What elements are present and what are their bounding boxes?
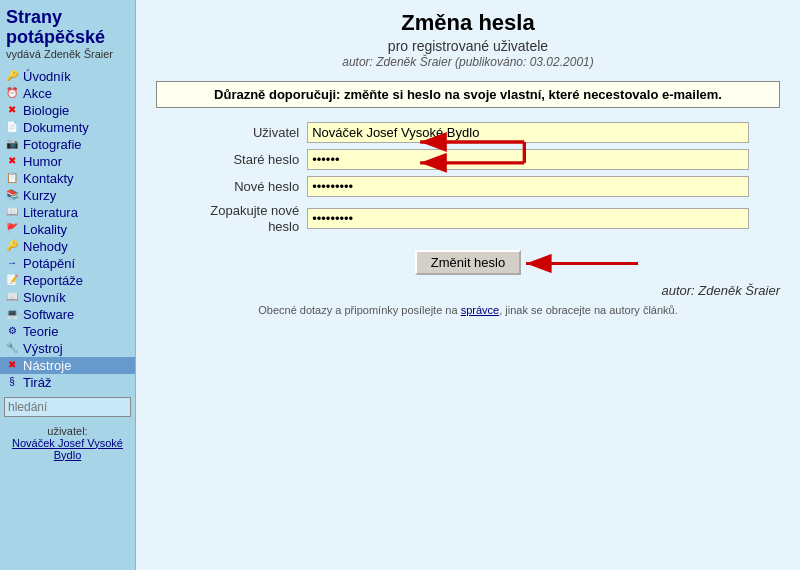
potapeni-icon: →: [4, 256, 20, 270]
nastroje-icon: ✖: [4, 358, 20, 372]
sidebar-label: Reportáže: [23, 273, 83, 288]
sidebar-item-humor[interactable]: ✖ Humor: [0, 153, 135, 170]
fotografie-icon: 📷: [4, 137, 20, 151]
user-row: Uživatel: [187, 122, 749, 143]
sidebar-item-vystroj[interactable]: 🔧 Výstroj: [0, 340, 135, 357]
sidebar-label: Dokumenty: [23, 120, 89, 135]
sidebar-label: Biologie: [23, 103, 69, 118]
sidebar-item-fotografie[interactable]: 📷 Fotografie: [0, 136, 135, 153]
new-password-field[interactable]: [307, 176, 749, 197]
sidebar-item-reportaze[interactable]: 📝 Reportáže: [0, 272, 135, 289]
sidebar-item-software[interactable]: 💻 Software: [0, 306, 135, 323]
sidebar-item-kurzy[interactable]: 📚 Kurzy: [0, 187, 135, 204]
teorie-icon: ⚙: [4, 324, 20, 338]
repeat-password-field[interactable]: [307, 208, 749, 229]
sidebar-label: Úvodník: [23, 69, 71, 84]
old-password-row: Staré heslo: [187, 149, 749, 170]
sidebar-label: Fotografie: [23, 137, 82, 152]
new-password-row: Nové heslo: [187, 176, 749, 197]
submit-row: Změnit heslo: [156, 250, 780, 275]
sidebar-item-teorie[interactable]: ⚙ Teorie: [0, 323, 135, 340]
sidebar-label: Lokality: [23, 222, 67, 237]
sidebar-item-potapeni[interactable]: → Potápění: [0, 255, 135, 272]
submit-button[interactable]: Změnit heslo: [415, 250, 521, 275]
sidebar-label: Kontakty: [23, 171, 74, 186]
user-label: uživatel:: [47, 425, 87, 437]
humor-icon: ✖: [4, 154, 20, 168]
sidebar-label: Humor: [23, 154, 62, 169]
software-icon: 💻: [4, 307, 20, 321]
sidebar-label: Akce: [23, 86, 52, 101]
nehody-icon: 🔑: [4, 239, 20, 253]
sidebar-item-literatura[interactable]: 📖 Literatura: [0, 204, 135, 221]
sidebar-label: Potápění: [23, 256, 75, 271]
literatura-icon: 📖: [4, 205, 20, 219]
sidebar-item-biologie[interactable]: ✖ Biologie: [0, 102, 135, 119]
sidebar-item-tiraze[interactable]: § Tiráž: [0, 374, 135, 391]
sidebar-item-nehody[interactable]: 🔑 Nehody: [0, 238, 135, 255]
site-title: Strany potápěčské: [6, 8, 129, 48]
sidebar-label: Nehody: [23, 239, 68, 254]
page-title: Změna hesla: [156, 10, 780, 36]
submit-arrow: [518, 250, 678, 285]
footer-author: autor: Zdeněk Šraier: [156, 283, 780, 298]
sidebar-label: Literatura: [23, 205, 78, 220]
sidebar-item-akce[interactable]: ⏰ Akce: [0, 85, 135, 102]
notice-box: Důrazně doporučuji: změňte si heslo na s…: [156, 81, 780, 108]
akce-icon: ⏰: [4, 86, 20, 100]
user-field-label: Uživatel: [187, 125, 307, 140]
biologie-icon: ✖: [4, 103, 20, 117]
user-field[interactable]: [307, 122, 749, 143]
user-link[interactable]: Nováček Josef Vysoké Bydlo: [12, 437, 123, 461]
sidebar-label: Výstroj: [23, 341, 63, 356]
sidebar-label: Kurzy: [23, 188, 56, 203]
footer-note: Obecné dotazy a připomínky posílejte na …: [156, 304, 780, 316]
sidebar-item-nastroje[interactable]: ✖ Nástroje: [0, 357, 135, 374]
dokumenty-icon: 📄: [4, 120, 20, 134]
new-password-label: Nové heslo: [187, 179, 307, 194]
old-password-label: Staré heslo: [187, 152, 307, 167]
sidebar-item-kontakty[interactable]: 📋 Kontakty: [0, 170, 135, 187]
repeat-password-label: Zopakujte novéheslo: [187, 203, 307, 234]
vystroj-icon: 🔧: [4, 341, 20, 355]
search-input[interactable]: [4, 397, 131, 417]
sidebar-label: Tiráž: [23, 375, 51, 390]
uvodnik-icon: 🔑: [4, 69, 20, 83]
sidebar-item-dokumenty[interactable]: 📄 Dokumenty: [0, 119, 135, 136]
lokality-icon: 🚩: [4, 222, 20, 236]
admin-link[interactable]: správce: [461, 304, 500, 316]
sidebar-item-slovnik[interactable]: 📖 Slovník: [0, 289, 135, 306]
page-subtitle: pro registrované uživatele: [156, 38, 780, 54]
sidebar-item-lokality[interactable]: 🚩 Lokality: [0, 221, 135, 238]
reportaze-icon: 📝: [4, 273, 20, 287]
sidebar-label: Nástroje: [23, 358, 71, 373]
old-password-field[interactable]: [307, 149, 749, 170]
slovnik-icon: 📖: [4, 290, 20, 304]
sidebar-label: Slovník: [23, 290, 66, 305]
page-author: autor: Zdeněk Šraier (publikováno: 03.02…: [156, 55, 780, 69]
site-subtitle: vydává Zdeněk Šraier: [6, 48, 129, 60]
kontakty-icon: 📋: [4, 171, 20, 185]
user-info: uživatel: Nováček Josef Vysoké Bydlo: [4, 425, 131, 461]
kurzy-icon: 📚: [4, 188, 20, 202]
repeat-password-row: Zopakujte novéheslo: [187, 203, 749, 234]
sidebar-label: Software: [23, 307, 74, 322]
sidebar-item-uvodnik[interactable]: 🔑 Úvodník: [0, 68, 135, 85]
sidebar-label: Teorie: [23, 324, 58, 339]
tiraze-icon: §: [4, 375, 20, 389]
